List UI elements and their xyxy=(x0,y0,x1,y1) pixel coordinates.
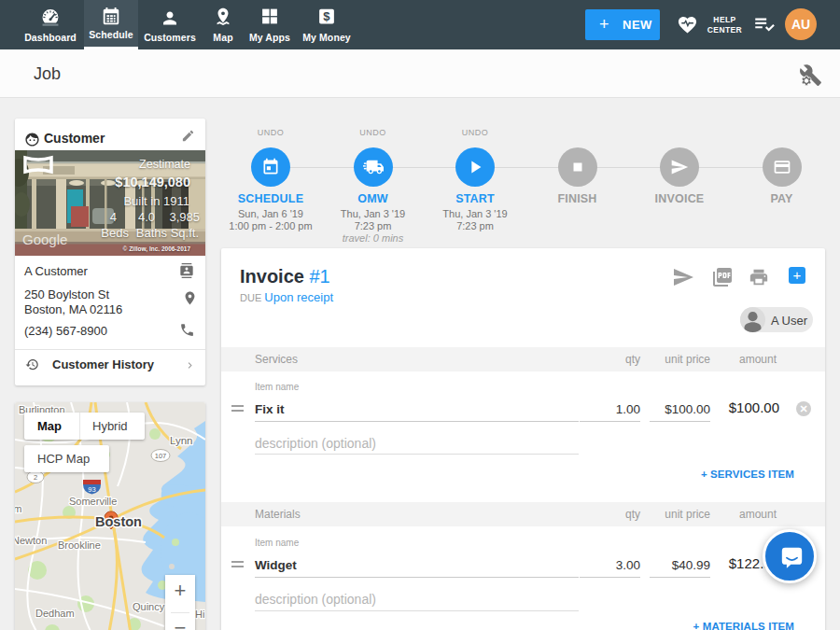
svg-text:3,985: 3,985 xyxy=(169,210,200,224)
svg-text:$10,149,080: $10,149,080 xyxy=(115,175,190,189)
svg-text:Dedham: Dedham xyxy=(35,608,75,619)
svg-text:$: $ xyxy=(323,9,330,23)
svg-text:Baths: Baths xyxy=(136,226,168,240)
svg-text:Zestimate: Zestimate xyxy=(139,158,190,171)
svg-text:Built in 1911: Built in 1911 xyxy=(123,194,189,208)
svg-text:Hi: Hi xyxy=(195,609,204,620)
svg-text:Sq.ft.: Sq.ft. xyxy=(171,226,199,240)
svg-text:4: 4 xyxy=(110,210,117,224)
svg-text:Boston: Boston xyxy=(95,514,142,529)
svg-text:Somerville: Somerville xyxy=(69,496,117,507)
svg-text:© Zillow, Inc. 2006-2017: © Zillow, Inc. 2006-2017 xyxy=(123,245,191,253)
svg-text:4.0: 4.0 xyxy=(138,210,155,224)
svg-text:ham: ham xyxy=(15,503,21,514)
svg-text:Quincy: Quincy xyxy=(133,601,165,612)
svg-text:Brookline: Brookline xyxy=(58,539,101,551)
svg-text:Google: Google xyxy=(22,231,67,247)
svg-text:93: 93 xyxy=(88,485,95,494)
svg-text:Beds: Beds xyxy=(101,226,129,240)
svg-text:107: 107 xyxy=(155,452,167,460)
svg-text:Lynn: Lynn xyxy=(170,435,193,446)
svg-text:2: 2 xyxy=(34,473,37,482)
svg-text:Newton: Newton xyxy=(15,535,47,546)
